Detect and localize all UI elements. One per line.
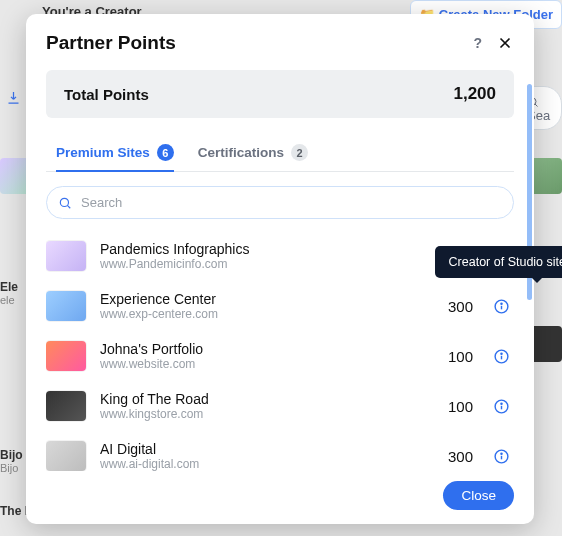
tab-premium-sites[interactable]: Premium Sites 6 (56, 136, 174, 171)
tabs: Premium Sites 6 Certifications 2 (46, 136, 514, 172)
site-title: Johna's Portfolio (100, 341, 434, 357)
site-points: 300 (448, 448, 473, 465)
tab-label: Certifications (198, 145, 284, 160)
site-thumbnail (46, 291, 86, 321)
site-points: 100 (448, 398, 473, 415)
site-title: Experience Center (100, 291, 434, 307)
list-item[interactable]: King of The Road www.kingstore.com 100 (46, 381, 510, 431)
site-points: 100 (448, 348, 473, 365)
info-icon[interactable] (493, 398, 510, 415)
info-icon[interactable] (493, 348, 510, 365)
modal-title: Partner Points (46, 32, 176, 54)
site-thumbnail (46, 341, 86, 371)
site-thumbnail (46, 391, 86, 421)
total-points-panel: Total Points 1,200 (46, 70, 514, 118)
tab-certifications[interactable]: Certifications 2 (198, 136, 308, 171)
bg-card-title: Ele (0, 280, 18, 294)
site-title: AI Digital (100, 441, 434, 457)
svg-point-5 (501, 303, 502, 304)
svg-point-1 (60, 198, 68, 206)
close-button[interactable]: Close (443, 481, 514, 510)
bg-card-subtitle: Bijo (0, 462, 18, 474)
info-icon[interactable] (493, 448, 510, 465)
site-thumbnail (46, 441, 86, 471)
total-points-value: 1,200 (453, 84, 496, 104)
site-url: www.Pandemicinfo.com (100, 257, 434, 271)
svg-point-9 (501, 403, 502, 404)
info-tooltip: Creator of Studio site (435, 246, 562, 278)
search-icon (58, 196, 72, 210)
bg-card-title: Bijo (0, 448, 23, 462)
tab-label: Premium Sites (56, 145, 150, 160)
bg-card-subtitle: ele (0, 294, 15, 306)
download-icon[interactable] (6, 90, 21, 109)
site-points: 300 (448, 298, 473, 315)
list-item[interactable]: Johna's Portfolio www.website.com 100 (46, 331, 510, 381)
site-url: www.kingstore.com (100, 407, 434, 421)
tab-badge: 6 (157, 144, 174, 161)
total-points-label: Total Points (64, 86, 149, 103)
site-url: www.exp-centere.com (100, 307, 434, 321)
list-item[interactable]: AI Digital www.ai-digital.com 300 (46, 431, 510, 471)
site-url: www.website.com (100, 357, 434, 371)
tab-badge: 2 (291, 144, 308, 161)
site-title: King of The Road (100, 391, 434, 407)
site-url: www.ai-digital.com (100, 457, 434, 471)
site-title: Pandemics Infographics (100, 241, 434, 257)
search-input[interactable] (46, 186, 514, 219)
help-icon[interactable]: ? (473, 35, 482, 51)
info-icon[interactable] (493, 298, 510, 315)
svg-point-11 (501, 453, 502, 454)
site-thumbnail (46, 241, 86, 271)
svg-point-7 (501, 353, 502, 354)
close-icon[interactable] (496, 34, 514, 52)
list-item[interactable]: Experience Center www.exp-centere.com 30… (46, 281, 510, 331)
